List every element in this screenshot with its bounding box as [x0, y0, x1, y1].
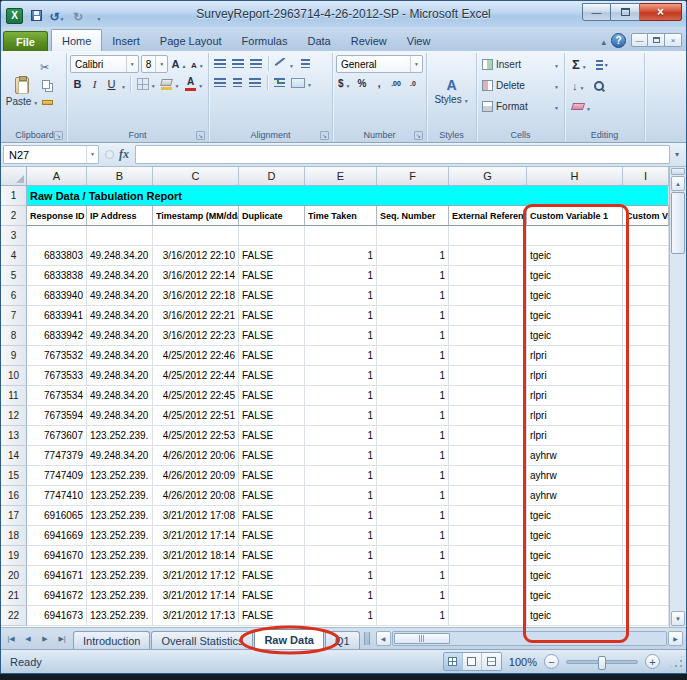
column-header-e[interactable]: E — [305, 167, 377, 186]
data-cell[interactable]: 4/25/2012 22:45 — [153, 386, 239, 406]
vertical-scrollbar[interactable] — [669, 167, 686, 627]
column-header-c[interactable]: C — [153, 167, 239, 186]
data-cell[interactable] — [623, 246, 669, 266]
workbook-close-button[interactable]: × — [665, 33, 682, 47]
data-cell[interactable]: FALSE — [239, 606, 305, 626]
empty-cell[interactable] — [153, 226, 239, 246]
ribbon-tab-data[interactable]: Data — [297, 31, 340, 51]
column-title-cell[interactable]: Seq. Number — [377, 206, 449, 226]
data-cell[interactable]: 4/26/2012 20:08 — [153, 486, 239, 506]
data-cell[interactable] — [623, 326, 669, 346]
data-cell[interactable]: 1 — [377, 466, 449, 486]
copy-button[interactable] — [40, 77, 58, 91]
data-cell[interactable]: 6941673 — [27, 606, 87, 626]
zoom-out-button[interactable]: − — [544, 654, 559, 669]
data-cell[interactable]: FALSE — [239, 446, 305, 466]
data-cell[interactable]: 3/16/2012 22:14 — [153, 266, 239, 286]
data-cell[interactable]: 123.252.239. — [87, 506, 153, 526]
data-cell[interactable] — [449, 546, 527, 566]
data-cell[interactable]: 123.252.239. — [87, 586, 153, 606]
data-cell[interactable]: 7747409 — [27, 466, 87, 486]
comma-button[interactable]: , — [372, 75, 387, 92]
data-cell[interactable] — [623, 566, 669, 586]
data-cell[interactable]: 49.248.34.20 — [87, 366, 153, 386]
data-cell[interactable] — [449, 506, 527, 526]
data-cell[interactable]: 1 — [377, 286, 449, 306]
vertical-scrollbar-track[interactable] — [670, 255, 686, 610]
select-all-corner[interactable] — [1, 167, 27, 186]
data-cell[interactable] — [449, 486, 527, 506]
row-header-12[interactable]: 12 — [1, 406, 27, 426]
clipboard-dialog-launcher-icon[interactable] — [54, 131, 63, 140]
data-cell[interactable]: 4/26/2012 20:09 — [153, 466, 239, 486]
data-cell[interactable]: FALSE — [239, 486, 305, 506]
data-cell[interactable]: FALSE — [239, 406, 305, 426]
data-cell[interactable]: 123.252.239. — [87, 466, 153, 486]
underline-button[interactable]: U — [104, 76, 119, 93]
data-cell[interactable] — [623, 366, 669, 386]
data-cell[interactable]: 49.248.34.20 — [87, 286, 153, 306]
empty-cell[interactable] — [623, 226, 669, 246]
data-cell[interactable]: 6833940 — [27, 286, 87, 306]
sheet-title-cell[interactable]: Raw Data / Tabulation Report — [27, 186, 669, 206]
excel-app-icon[interactable]: X — [6, 8, 23, 24]
next-sheet-icon[interactable] — [37, 631, 53, 647]
data-cell[interactable]: 3/21/2012 18:14 — [153, 546, 239, 566]
align-left-button[interactable] — [212, 74, 228, 91]
data-cell[interactable]: 49.248.34.20 — [87, 346, 153, 366]
data-cell[interactable]: FALSE — [239, 506, 305, 526]
data-cell[interactable]: 49.248.34.20 — [87, 406, 153, 426]
data-cell[interactable]: 7673607 — [27, 426, 87, 446]
data-cell[interactable]: 4/26/2012 20:06 — [153, 446, 239, 466]
column-title-cell[interactable]: IP Address — [87, 206, 153, 226]
data-cell[interactable]: FALSE — [239, 526, 305, 546]
column-header-i[interactable]: I — [623, 167, 669, 186]
undo-button[interactable] — [48, 7, 66, 24]
data-cell[interactable]: 3/21/2012 17:14 — [153, 586, 239, 606]
data-cell[interactable] — [449, 266, 527, 286]
row-header-5[interactable]: 5 — [1, 266, 27, 286]
decrease-decimal-button[interactable]: .0 — [406, 75, 421, 92]
data-cell[interactable] — [449, 526, 527, 546]
ribbon-tab-home[interactable]: Home — [51, 29, 102, 51]
data-cell[interactable]: 49.248.34.20 — [87, 246, 153, 266]
column-title-cell[interactable]: Time Taken — [305, 206, 377, 226]
data-cell[interactable]: 123.252.239. — [87, 486, 153, 506]
data-cell[interactable]: 1 — [377, 326, 449, 346]
cut-button[interactable] — [40, 59, 58, 73]
workbook-minimize-button[interactable]: — — [631, 33, 648, 47]
data-cell[interactable]: 49.248.34.20 — [87, 446, 153, 466]
data-cell[interactable]: 6941670 — [27, 546, 87, 566]
zoom-in-button[interactable]: + — [645, 654, 660, 669]
scrollbar-split-handle[interactable] — [671, 168, 685, 175]
data-cell[interactable]: 49.248.34.20 — [87, 266, 153, 286]
name-box[interactable]: N27 — [3, 145, 99, 164]
zoom-slider[interactable] — [566, 660, 638, 664]
data-cell[interactable] — [449, 386, 527, 406]
column-header-f[interactable]: F — [377, 167, 449, 186]
data-cell[interactable]: 1 — [377, 426, 449, 446]
data-cell[interactable] — [623, 426, 669, 446]
font-dialog-launcher-icon[interactable] — [196, 131, 205, 140]
data-cell[interactable]: 6916065 — [27, 506, 87, 526]
zoom-slider-thumb[interactable] — [598, 656, 606, 670]
data-cell[interactable]: 3/21/2012 17:14 — [153, 526, 239, 546]
data-cell[interactable]: 1 — [305, 386, 377, 406]
horizontal-scrollbar-thumb[interactable] — [394, 633, 450, 644]
data-cell[interactable]: tgeic — [527, 546, 623, 566]
data-cell[interactable]: FALSE — [239, 546, 305, 566]
data-cell[interactable]: tgeic — [527, 606, 623, 626]
merge-center-button[interactable] — [289, 74, 314, 91]
row-header-7[interactable]: 7 — [1, 306, 27, 326]
data-cell[interactable]: 7673532 — [27, 346, 87, 366]
redo-button[interactable] — [69, 7, 87, 24]
data-cell[interactable] — [623, 486, 669, 506]
insert-cells-button[interactable]: Insert — [480, 55, 561, 74]
data-cell[interactable]: tgeic — [527, 266, 623, 286]
scroll-left-icon[interactable] — [376, 631, 391, 646]
data-cell[interactable]: 3/21/2012 17:13 — [153, 606, 239, 626]
formula-input[interactable] — [135, 145, 670, 164]
column-header-b[interactable]: B — [87, 167, 153, 186]
column-title-cell[interactable]: External Reference — [449, 206, 527, 226]
customize-qat-button[interactable] — [90, 7, 108, 24]
